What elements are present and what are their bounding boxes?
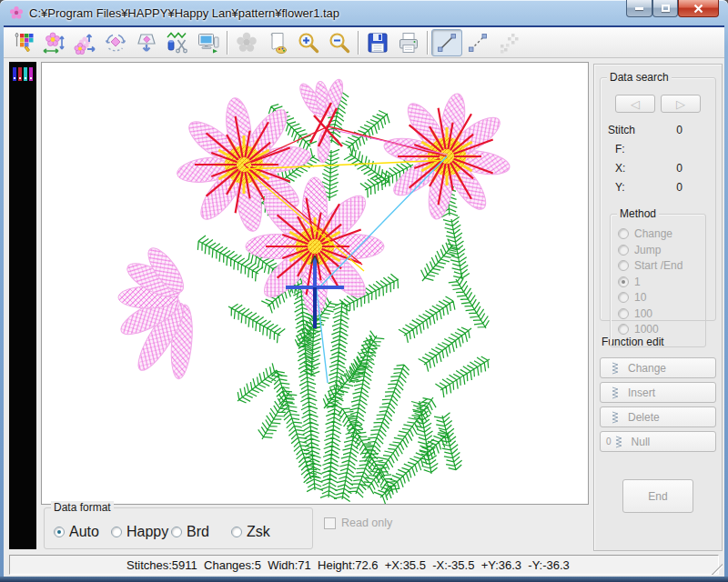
end-button[interactable]: End xyxy=(622,479,693,513)
jump-line-view-icon[interactable] xyxy=(462,29,493,56)
search-next-button[interactable]: ▷ xyxy=(661,95,701,113)
close-button[interactable] xyxy=(678,0,719,17)
method-group: Method Change Jump Start /End 1 10 100 1… xyxy=(610,214,706,347)
format-option-zsk[interactable]: Zsk xyxy=(231,524,270,540)
toolbar-separator xyxy=(358,31,359,55)
pattern-rotate-icon[interactable] xyxy=(100,29,131,56)
radio-icon xyxy=(618,276,629,287)
function-change-button[interactable]: Change xyxy=(600,357,716,378)
save-icon[interactable] xyxy=(362,29,393,56)
method-title: Method xyxy=(617,207,659,220)
radio-icon xyxy=(618,324,629,335)
zigzag-icon xyxy=(612,386,619,399)
toolbar xyxy=(4,25,724,58)
read-only-checkbox[interactable]: Read only xyxy=(324,517,392,529)
y-value: 0 xyxy=(655,181,682,194)
radio-icon xyxy=(231,527,242,537)
title-bar[interactable]: C:¥Program Files¥HAPPY¥Happy Lan¥pattern… xyxy=(0,0,728,25)
stitch-line-view-icon[interactable] xyxy=(431,29,462,56)
toolbar-separator xyxy=(427,31,429,55)
radio-icon xyxy=(111,527,122,537)
method-option-10[interactable]: 10 xyxy=(618,291,700,304)
palette-color[interactable] xyxy=(24,67,27,81)
zoom-in-icon[interactable] xyxy=(293,29,324,56)
minimize-icon xyxy=(635,7,643,10)
window-title: C:¥Program Files¥HAPPY¥Happy Lan¥pattern… xyxy=(29,6,339,20)
zoom-out-icon[interactable] xyxy=(324,29,355,56)
maximize-button[interactable] xyxy=(652,0,678,17)
radio-icon xyxy=(618,245,629,256)
close-icon xyxy=(693,4,703,14)
null-zero-label: 0 xyxy=(606,436,612,447)
palette-color[interactable] xyxy=(13,67,16,81)
method-option-jump[interactable]: Jump xyxy=(618,244,700,256)
maximize-icon xyxy=(662,5,670,12)
format-option-happy[interactable]: Happy xyxy=(111,524,166,540)
method-option-1000[interactable]: 1000 xyxy=(618,323,700,336)
side-panel: Data search ◁ ▷ Stitch0 F: X:0 Y:0 Metho… xyxy=(593,64,723,551)
window-frame-bottom xyxy=(0,577,728,582)
search-prev-button[interactable]: ◁ xyxy=(615,95,655,113)
function-null-button[interactable]: 0 Null xyxy=(600,431,716,452)
app-window: C:¥Program Files¥HAPPY¥Happy Lan¥pattern… xyxy=(0,0,728,582)
method-option-change[interactable]: Change xyxy=(618,227,700,240)
print-icon[interactable] xyxy=(393,29,424,56)
zigzag-icon xyxy=(615,436,622,448)
minimize-button[interactable] xyxy=(626,0,652,17)
y-label: Y: xyxy=(608,181,655,194)
arrow-right-icon: ▷ xyxy=(676,97,685,111)
data-search-title: Data search xyxy=(607,71,672,84)
checkbox-icon xyxy=(324,517,336,529)
zigzag-icon xyxy=(612,362,619,375)
format-option-brd[interactable]: Brd xyxy=(171,524,226,540)
pattern-sheet-icon[interactable] xyxy=(262,29,293,56)
radio-icon xyxy=(171,527,182,537)
method-option-100[interactable]: 100 xyxy=(618,307,700,320)
palette-color[interactable] xyxy=(29,67,33,81)
data-format-title: Data format xyxy=(51,501,114,514)
design-canvas[interactable] xyxy=(41,62,589,505)
stitch-value: 0 xyxy=(655,124,682,136)
thread-palette-strip[interactable] xyxy=(9,62,36,549)
radio-icon xyxy=(54,527,65,537)
radio-icon xyxy=(618,308,629,319)
format-option-auto[interactable]: Auto xyxy=(54,524,106,540)
arrow-left-icon: ◁ xyxy=(631,97,640,111)
thread-color-change-icon[interactable] xyxy=(7,29,38,56)
f-value xyxy=(655,143,682,156)
flower-pattern-disabled-icon[interactable] xyxy=(231,29,262,56)
radio-icon xyxy=(618,260,629,271)
function-insert-button[interactable]: Insert xyxy=(600,382,716,403)
data-format-group: Data format Auto Happy Brd Zsk xyxy=(44,507,313,549)
radio-icon xyxy=(618,228,629,239)
pattern-move-copy-icon[interactable] xyxy=(69,29,100,56)
machine-transfer-icon[interactable] xyxy=(193,29,224,56)
stitch-edit-icon[interactable] xyxy=(162,29,193,56)
dot-view-disabled-icon[interactable] xyxy=(493,29,524,56)
x-value: 0 xyxy=(655,162,682,175)
x-label: X: xyxy=(608,162,655,175)
f-label: F: xyxy=(608,143,655,156)
status-bar: Stitches:5911 Changes:5 Widh:71 Height:7… xyxy=(4,553,724,577)
frame-out-icon[interactable] xyxy=(131,29,162,56)
function-delete-button[interactable]: Delete xyxy=(600,406,716,427)
pattern-resize-icon[interactable] xyxy=(38,29,69,56)
zigzag-icon xyxy=(612,411,619,424)
status-text: Stitches:5911 Changes:5 Widh:71 Height:7… xyxy=(9,555,719,575)
toolbar-separator xyxy=(227,31,228,55)
palette-color[interactable] xyxy=(18,67,22,81)
resize-grip[interactable] xyxy=(712,564,723,575)
data-search-group: Data search ◁ ▷ Stitch0 F: X:0 Y:0 Metho… xyxy=(600,77,716,321)
radio-icon xyxy=(618,292,629,303)
app-flower-icon xyxy=(9,5,24,20)
method-option-startend[interactable]: Start /End xyxy=(618,259,700,272)
method-option-1[interactable]: 1 xyxy=(618,276,700,288)
stitch-label: Stitch xyxy=(608,124,655,136)
